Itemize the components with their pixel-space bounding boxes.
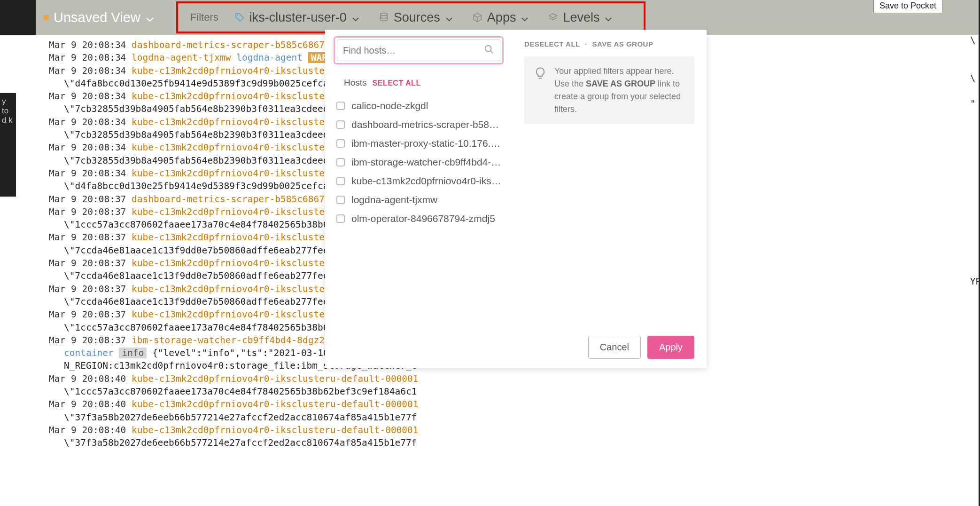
filter-sources[interactable]: Sources (379, 10, 452, 25)
filters-bar: Filters iks-cluster-user-0 Sources Apps … (176, 1, 646, 33)
chevron-down-icon (146, 10, 154, 25)
svg-point-1 (380, 13, 387, 16)
filter-apps-label: Apps (487, 10, 516, 25)
checkbox[interactable] (336, 214, 345, 223)
filter-apps[interactable]: Apps (472, 10, 529, 25)
popover-right-column: DESELECT ALL · SAVE AS GROUP Your applie… (512, 30, 707, 368)
right-text-fragments: \\"YP (970, 35, 979, 506)
database-icon (379, 12, 389, 23)
popover-left-column: Hosts SELECT ALL calico-node-zkgdldashbo… (325, 30, 512, 368)
host-name: olm-operator-8496678794-zmdj5 (351, 213, 495, 224)
log-line[interactable]: Mar 9 20:08:40 kube-c13mk2cd0pfrniovo4r0… (49, 372, 967, 385)
sidebar-text-fragment: y to d k (0, 93, 16, 197)
tag-icon (234, 12, 245, 23)
host-name: logdna-agent-tjxmw (351, 194, 437, 206)
popover-top-links: DESELECT ALL · SAVE AS GROUP (524, 40, 694, 48)
host-name: ibm-storage-watcher-cb9ff4bd4-8dgz2 (351, 157, 504, 168)
svg-point-0 (237, 15, 238, 16)
host-name: kube-c13mk2cd0pfrniovo4r0-iksclust… (351, 175, 504, 187)
search-icon (484, 44, 494, 56)
hosts-header: Hosts SELECT ALL (334, 78, 504, 88)
checkbox[interactable] (336, 177, 345, 185)
host-item[interactable]: kube-c13mk2cd0pfrniovo4r0-iksclust… (336, 172, 504, 190)
view-label: Unsaved View (54, 10, 140, 25)
host-item[interactable]: dashboard-metrics-scraper-b585c686… (336, 115, 504, 134)
filters-label: Filters (190, 11, 218, 24)
chevron-down-icon (352, 10, 359, 25)
host-search-input[interactable] (343, 45, 484, 56)
host-item[interactable]: olm-operator-8496678794-zmdj5 (336, 209, 504, 228)
host-search-input-wrap[interactable] (337, 40, 500, 61)
cancel-button[interactable]: Cancel (588, 336, 641, 359)
checkbox[interactable] (336, 120, 345, 129)
filter-sources-label: Sources (394, 10, 440, 25)
layers-icon (548, 12, 558, 23)
chevron-down-icon (605, 10, 612, 25)
lightbulb-icon (534, 67, 547, 116)
select-all-link[interactable]: SELECT ALL (373, 79, 421, 87)
checkbox[interactable] (336, 139, 345, 148)
checkbox[interactable] (336, 196, 345, 204)
cube-icon (472, 12, 482, 23)
save-to-pocket-button[interactable]: Save to Pocket (873, 0, 942, 13)
unsaved-indicator-dot (43, 15, 49, 20)
svg-point-2 (485, 46, 491, 52)
save-as-group-link[interactable]: SAVE AS GROUP (592, 40, 653, 48)
host-name: dashboard-metrics-scraper-b585c686… (351, 119, 504, 130)
log-line[interactable]: Mar 9 20:08:40 kube-c13mk2cd0pfrniovo4r0… (49, 398, 967, 411)
popover-actions: Cancel Apply (588, 336, 694, 359)
host-item[interactable]: ibm-storage-watcher-cb9ff4bd4-8dgz2 (336, 153, 504, 172)
filter-tags-label: iks-cluster-user-0 (249, 10, 347, 25)
host-list: calico-node-zkgdldashboard-metrics-scrap… (334, 96, 504, 228)
deselect-all-link[interactable]: DESELECT ALL (524, 40, 580, 48)
chevron-down-icon (446, 10, 452, 25)
hosts-label: Hosts (344, 78, 367, 88)
host-item[interactable]: logdna-agent-tjxmw (336, 190, 504, 209)
apply-button[interactable]: Apply (647, 336, 694, 359)
host-name: ibm-master-proxy-static-10.176.24.141 (351, 138, 504, 149)
chevron-down-icon (521, 10, 528, 25)
filter-levels[interactable]: Levels (548, 10, 612, 25)
filter-levels-label: Levels (563, 10, 599, 25)
hint-text: Your applied filters appear here. Use th… (554, 65, 685, 116)
hint-box: Your applied filters appear here. Use th… (524, 56, 694, 124)
host-item[interactable]: calico-node-zkgdl (336, 96, 504, 115)
view-selector[interactable]: Unsaved View (54, 10, 154, 25)
search-highlight (334, 36, 504, 64)
filter-tags[interactable]: iks-cluster-user-0 (234, 10, 359, 25)
separator-dot: · (585, 40, 587, 48)
sidebar-nav-stub (0, 0, 36, 35)
log-line[interactable]: Mar 9 20:08:40 kube-c13mk2cd0pfrniovo4r0… (49, 424, 967, 436)
checkbox[interactable] (336, 102, 345, 110)
checkbox[interactable] (336, 158, 345, 166)
sources-popover: Hosts SELECT ALL calico-node-zkgdldashbo… (325, 30, 707, 368)
host-name: calico-node-zkgdl (351, 100, 428, 111)
host-item[interactable]: ibm-master-proxy-static-10.176.24.141 (336, 134, 504, 153)
